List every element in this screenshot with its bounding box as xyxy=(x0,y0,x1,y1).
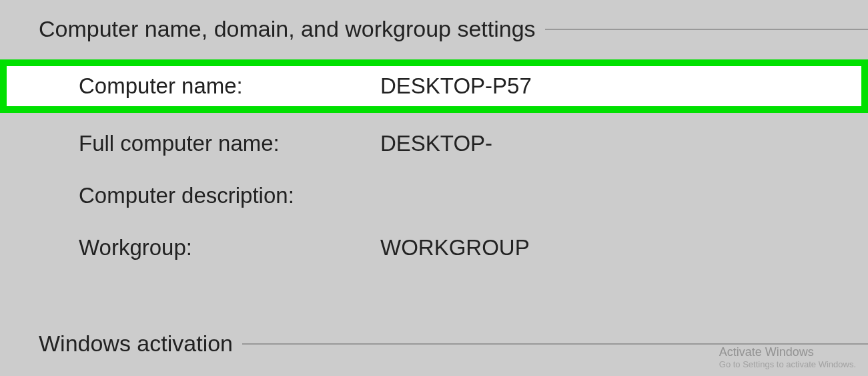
label-full-computer-name: Full computer name: xyxy=(79,131,380,156)
highlight-computer-name: Computer name: DESKTOP-P57 xyxy=(0,59,868,113)
section-title-computer: Computer name, domain, and workgroup set… xyxy=(39,16,542,42)
row-computer-name: Computer name: DESKTOP-P57 xyxy=(7,66,861,106)
value-workgroup: WORKGROUP xyxy=(380,235,530,260)
row-computer-description: Computer description: xyxy=(0,172,868,220)
divider-line xyxy=(545,29,868,30)
activate-windows-watermark: Activate Windows Go to Settings to activ… xyxy=(719,345,856,369)
label-workgroup: Workgroup: xyxy=(79,235,380,260)
row-full-computer-name: Full computer name: DESKTOP- xyxy=(0,120,868,168)
watermark-subtitle: Go to Settings to activate Windows. xyxy=(719,359,856,369)
section-header-computer: Computer name, domain, and workgroup set… xyxy=(0,16,868,42)
section-title-activation: Windows activation xyxy=(39,331,240,357)
value-full-computer-name: DESKTOP- xyxy=(380,131,492,156)
label-computer-description: Computer description: xyxy=(79,183,380,208)
divider-line xyxy=(242,343,868,345)
row-workgroup: Workgroup: WORKGROUP xyxy=(0,224,868,272)
label-computer-name: Computer name: xyxy=(79,73,380,99)
watermark-title: Activate Windows xyxy=(719,345,856,359)
value-computer-name: DESKTOP-P57 xyxy=(380,73,532,99)
